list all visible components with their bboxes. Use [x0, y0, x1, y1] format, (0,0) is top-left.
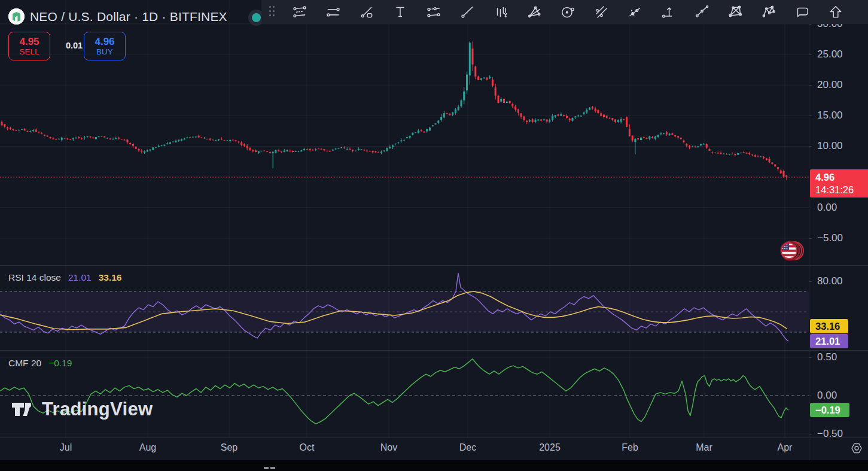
buy-price: 4.96 — [95, 36, 114, 47]
rsi-ma-price-label: 33.16 — [810, 319, 848, 333]
sell-button[interactable]: 4.95 SELL — [8, 32, 50, 60]
cmf-pane[interactable] — [0, 350, 868, 437]
triangle-pattern-icon[interactable] — [517, 0, 551, 24]
axis-tick-mark — [809, 434, 812, 434]
arrow-up-icon[interactable] — [819, 0, 852, 24]
polyline-icon[interactable] — [685, 0, 718, 24]
rsi-pane[interactable] — [0, 265, 868, 350]
time-axis-label: Apr — [778, 442, 793, 453]
axis-tick-mark — [809, 238, 812, 239]
bar-countdown: 14:31:26 — [815, 184, 854, 196]
axis-tick-mark — [809, 85, 812, 86]
text-tool-icon[interactable] — [383, 0, 417, 24]
horizontal-lines-icon[interactable] — [316, 0, 350, 24]
time-axis-border — [0, 437, 868, 438]
pane-divider-rsi-cmf[interactable] — [0, 350, 868, 351]
xabcd-pattern-icon[interactable] — [718, 0, 752, 24]
cross-trend-icon[interactable] — [618, 0, 651, 24]
scrollbar-fragment — [264, 467, 269, 469]
price-axis-tick: 0.00 — [817, 202, 837, 214]
watermark-text: TradingView — [42, 399, 153, 420]
time-axis-label: Dec — [459, 442, 476, 453]
main-chart-pane[interactable] — [0, 0, 868, 265]
last-price-label: 4.96 14:31:26 — [810, 169, 868, 197]
sell-price: 4.95 — [19, 36, 39, 47]
price-axis-tick: 10.00 — [817, 140, 843, 152]
price-axis-tick: 0.50 — [817, 351, 837, 363]
chart-window: NEO / U.S. Dollar · 1D · BITFINEX 4.95 S… — [0, 0, 868, 471]
drawing-toolbar — [261, 0, 868, 24]
timezone-settings-button[interactable] — [849, 442, 864, 455]
axis-tick-mark — [809, 54, 812, 55]
axis-tick-mark — [809, 146, 812, 147]
toolbar-grab-handle[interactable] — [266, 4, 279, 20]
callout-icon[interactable] — [785, 0, 819, 24]
parallel-channel-icon[interactable] — [283, 0, 316, 24]
pane-divider-main-rsi[interactable] — [0, 265, 868, 266]
rsi-value: 21.01 — [68, 272, 92, 283]
time-axis-label: Aug — [139, 442, 156, 453]
time-axis-label: Nov — [380, 442, 397, 453]
rsi-price-label: 21.01 — [810, 334, 848, 348]
circle-tool-icon[interactable] — [551, 0, 584, 24]
neo-logo-icon — [8, 8, 25, 25]
price-axis-tick: 20.00 — [817, 79, 843, 91]
rsi-title[interactable]: RSI 14 close — [8, 272, 61, 283]
price-axis-tick: 80.00 — [817, 275, 843, 287]
axis-tick-mark — [809, 24, 812, 25]
scrollbar-fragment — [270, 467, 275, 469]
time-axis-label: Mar — [696, 442, 712, 453]
price-axis-border — [809, 0, 809, 460]
parallel-lines-icon[interactable] — [584, 0, 618, 24]
tradingview-watermark: TradingView — [11, 399, 153, 420]
time-axis-label: Jul — [60, 442, 72, 453]
price-axis-tick: 0.00 — [817, 390, 837, 402]
price-axis-tick: 25.00 — [817, 48, 843, 60]
cmf-title[interactable]: CMF 20 — [8, 358, 41, 369]
symbol-title[interactable]: NEO / U.S. Dollar · 1D · BITFINEX — [30, 10, 227, 24]
time-axis-label: Sep — [221, 442, 237, 453]
axis-tick-mark — [809, 396, 812, 396]
forecast-bars-icon[interactable] — [484, 0, 517, 24]
sell-label: SELL — [19, 47, 39, 56]
rsi-ma-value: 33.16 — [99, 272, 122, 283]
spread-value: 0.01 — [57, 41, 91, 50]
us-flag-icon — [778, 238, 804, 264]
price-axis-tick: −5.00 — [817, 232, 843, 244]
symbol-header[interactable]: NEO / U.S. Dollar · 1D · BITFINEX — [8, 8, 227, 25]
trade-widget: 4.95 SELL 0.01 4.96 BUY — [8, 32, 126, 60]
time-axis-label: 2025 — [539, 442, 561, 453]
time-axis-label: Feb — [622, 442, 638, 453]
market-open-dot — [252, 13, 261, 22]
buy-label: BUY — [96, 47, 113, 56]
trend-rect-icon[interactable] — [350, 0, 383, 24]
elliott-pattern-icon[interactable] — [752, 0, 785, 24]
axis-tick-mark — [809, 281, 812, 282]
cmf-price-label: −0.19 — [810, 403, 849, 417]
trend-line-icon[interactable] — [450, 0, 484, 24]
axis-tick-mark — [809, 116, 812, 116]
price-axis-tick: 15.00 — [817, 110, 843, 121]
price-axis-tick: −0.50 — [817, 428, 843, 440]
cmf-value: −0.19 — [48, 358, 72, 369]
last-price-value: 4.96 — [815, 171, 835, 184]
vertical-arrow-icon[interactable] — [651, 0, 685, 24]
dashed-channel-icon[interactable] — [417, 0, 450, 24]
axis-tick-mark — [809, 208, 812, 208]
time-axis-label: Oct — [300, 442, 315, 453]
cmf-legend[interactable]: CMF 20 −0.19 — [8, 358, 72, 369]
tradingview-logo-icon — [11, 399, 36, 420]
axis-tick-mark — [809, 357, 812, 358]
rsi-legend[interactable]: RSI 14 close 21.01 33.16 — [8, 272, 121, 283]
bottom-strip — [0, 460, 868, 471]
